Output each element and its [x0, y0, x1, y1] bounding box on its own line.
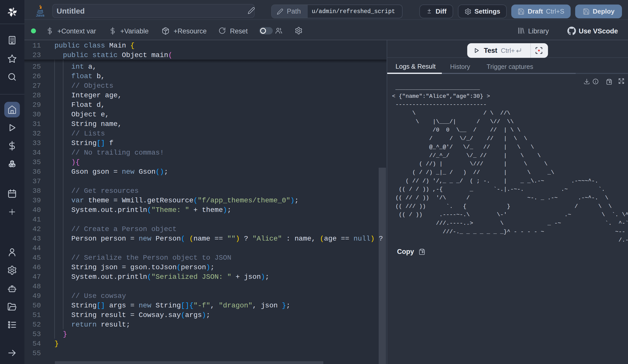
svg-text:Java: Java: [36, 13, 44, 17]
